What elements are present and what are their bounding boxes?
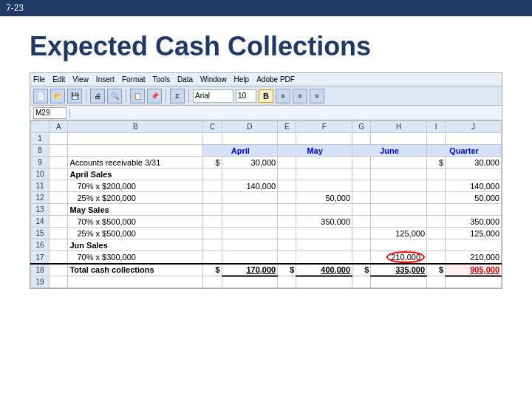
cell-14B[interactable]: 70% x $500,000 — [68, 216, 203, 228]
menu-help[interactable]: Help — [234, 75, 250, 83]
cell-10I[interactable] — [427, 168, 446, 180]
cell-18C[interactable]: $ — [203, 264, 222, 276]
menu-tools[interactable]: Tools — [153, 75, 170, 83]
cell-18J[interactable]: 905,000 — [446, 264, 502, 276]
cell-14I[interactable] — [427, 216, 446, 228]
cell-12H[interactable] — [371, 192, 427, 204]
cell-13A[interactable] — [50, 204, 68, 216]
cell-16D[interactable] — [222, 239, 278, 251]
cell-11D[interactable]: 140,000 — [222, 180, 278, 192]
toolbar-preview[interactable]: 🔍 — [107, 89, 122, 103]
cell-14D[interactable] — [222, 216, 278, 228]
cell-15H[interactable]: 125,000 — [371, 228, 427, 239]
cell-1G[interactable] — [352, 133, 371, 145]
menu-edit[interactable]: Edit — [52, 75, 65, 83]
cell-13E[interactable] — [278, 204, 296, 216]
cell-16G[interactable] — [352, 239, 371, 251]
cell-10B[interactable]: April Sales — [68, 168, 203, 180]
cell-12B[interactable]: 25% x $200,000 — [68, 192, 203, 204]
cell-16B[interactable]: Jun Sales — [68, 239, 203, 251]
cell-15E[interactable] — [278, 228, 296, 239]
cell-11F[interactable] — [296, 180, 352, 192]
cell-10D[interactable] — [222, 168, 278, 180]
cell-14G[interactable] — [352, 216, 371, 228]
cell-13C[interactable] — [203, 204, 222, 216]
cell-13D[interactable] — [222, 204, 278, 216]
cell-11B[interactable]: 70% x $200,000 — [68, 180, 203, 192]
cell-12C[interactable] — [203, 192, 222, 204]
cell-17H[interactable]: 210,000 — [371, 251, 427, 265]
cell-18I[interactable]: $ — [427, 264, 446, 276]
cell-11J[interactable]: 140,000 — [446, 180, 502, 192]
toolbar-print[interactable]: 🖨 — [90, 89, 105, 103]
cell-12J[interactable]: 50,000 — [446, 192, 502, 204]
cell-19C[interactable] — [203, 276, 222, 287]
cell-18E[interactable]: $ — [278, 264, 296, 276]
menu-data[interactable]: Data — [177, 75, 193, 83]
cell-15J[interactable]: 125,000 — [446, 228, 502, 239]
cell-19I[interactable] — [427, 276, 446, 287]
cell-15F[interactable] — [296, 228, 352, 239]
cell-15C[interactable] — [203, 228, 222, 239]
cell-16A[interactable] — [50, 239, 68, 251]
menu-format[interactable]: Format — [122, 75, 146, 83]
font-name-box[interactable]: Arial — [193, 89, 233, 103]
cell-11C[interactable] — [203, 180, 222, 192]
cell-14E[interactable] — [278, 216, 296, 228]
cell-14F[interactable]: 350,000 — [296, 216, 352, 228]
cell-10J[interactable] — [446, 168, 502, 180]
cell-15B[interactable]: 25% x $500,000 — [68, 228, 203, 239]
cell-14A[interactable] — [50, 216, 68, 228]
cell-8B[interactable] — [68, 145, 203, 157]
cell-9B[interactable]: Accounts receivable 3/31 — [68, 157, 203, 168]
cell-13B[interactable]: May Sales — [68, 204, 203, 216]
cell-1E[interactable] — [278, 133, 296, 145]
align-right[interactable]: ≡ — [310, 89, 324, 103]
cell-12A[interactable] — [50, 192, 68, 204]
menu-window[interactable]: Window — [200, 75, 227, 83]
cell-9H[interactable] — [371, 157, 427, 168]
cell-1H[interactable] — [371, 133, 427, 145]
cell-14C[interactable] — [203, 216, 222, 228]
cell-9E[interactable] — [278, 157, 296, 168]
cell-13I[interactable] — [427, 204, 446, 216]
cell-10E[interactable] — [278, 168, 296, 180]
cell-10A[interactable] — [50, 168, 68, 180]
cell-12G[interactable] — [352, 192, 371, 204]
menu-insert[interactable]: Insert — [96, 75, 115, 83]
cell-13F[interactable] — [296, 204, 352, 216]
cell-16C[interactable] — [203, 239, 222, 251]
cell-14J[interactable]: 350,000 — [446, 216, 502, 228]
cell-10F[interactable] — [296, 168, 352, 180]
cell-18A[interactable] — [50, 264, 68, 276]
align-left[interactable]: ≡ — [276, 89, 290, 103]
cell-13H[interactable] — [371, 204, 427, 216]
cell-8E[interactable]: May — [278, 145, 352, 157]
cell-10G[interactable] — [352, 168, 371, 180]
cell-19D[interactable] — [222, 276, 278, 287]
cell-8C[interactable]: April — [203, 145, 278, 157]
cell-11I[interactable] — [427, 180, 446, 192]
cell-18G[interactable]: $ — [352, 264, 371, 276]
cell-19J[interactable] — [446, 276, 502, 287]
cell-17G[interactable] — [352, 251, 371, 265]
cell-19H[interactable] — [371, 276, 427, 287]
align-center[interactable]: ≡ — [293, 89, 307, 103]
cell-16J[interactable] — [446, 239, 502, 251]
cell-17B[interactable]: 70% x $300,000 — [68, 251, 203, 265]
cell-17C[interactable] — [203, 251, 222, 265]
cell-8A[interactable] — [50, 145, 68, 157]
cell-17A[interactable] — [50, 251, 68, 265]
cell-11G[interactable] — [352, 180, 371, 192]
cell-12F[interactable]: 50,000 — [296, 192, 352, 204]
cell-17E[interactable] — [278, 251, 296, 265]
toolbar-paste[interactable]: 📌 — [147, 89, 162, 103]
cell-10C[interactable] — [203, 168, 222, 180]
cell-19A[interactable] — [50, 276, 68, 287]
cell-9J[interactable]: 30,000 — [446, 157, 502, 168]
cell-1F[interactable] — [296, 133, 352, 145]
cell-8I[interactable]: Quarter — [427, 145, 502, 157]
cell-17D[interactable] — [222, 251, 278, 265]
cell-16E[interactable] — [278, 239, 296, 251]
cell-9G[interactable] — [352, 157, 371, 168]
